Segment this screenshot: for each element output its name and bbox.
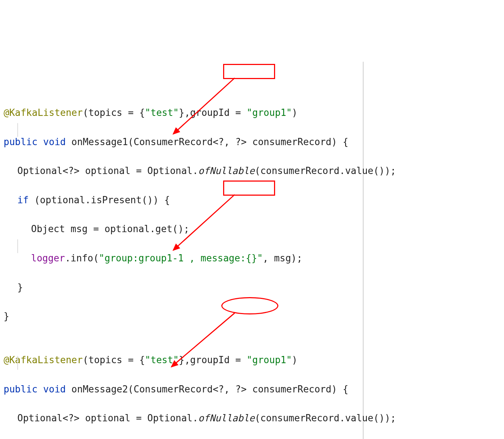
code-token: (consumerRecord.value());	[255, 413, 396, 423]
string-literal: "test"	[145, 107, 179, 118]
string-literal: "test"	[145, 355, 179, 365]
keyword-token: public void	[4, 136, 66, 147]
static-method-token: ofNullable	[198, 165, 255, 176]
code-block: @KafkaListener(topics = {"test"},groupId…	[4, 62, 364, 439]
brace: }	[17, 282, 23, 293]
highlight-ellipse-icon	[221, 297, 278, 314]
code-line: if (optional.isPresent()) {	[4, 193, 363, 207]
code-token: (topics = {	[83, 107, 145, 118]
code-line: @KafkaListener(topics = {"test"},groupId…	[4, 353, 363, 367]
indent-guide	[17, 123, 18, 137]
code-token: (optional.isPresent()) {	[29, 195, 170, 205]
code-token: Optional<?> optional = Optional.	[17, 165, 198, 176]
code-token: , msg);	[263, 253, 303, 264]
code-token: onMessage2(ConsumerRecord<?, ?> consumer…	[66, 384, 348, 395]
code-line: Optional<?> optional = Optional.ofNullab…	[4, 164, 363, 178]
code-token: onMessage1(ConsumerRecord<?, ?> consumer…	[66, 136, 348, 147]
keyword-token: public void	[4, 384, 66, 395]
annotation-token: @KafkaListener	[4, 355, 83, 365]
code-token: },groupId =	[179, 107, 247, 118]
code-token: },groupId =	[179, 355, 247, 365]
code-token: Optional<?> optional = Optional.	[17, 413, 198, 423]
code-line: @KafkaListener(topics = {"test"},groupId…	[4, 105, 363, 120]
code-token: (topics = {	[83, 355, 145, 365]
code-line: }	[4, 309, 363, 323]
annotation-token: @KafkaListener	[4, 107, 83, 118]
highlight-rectangle-icon	[223, 64, 275, 79]
indent-guide	[17, 356, 18, 370]
code-line: public void onMessage2(ConsumerRecord<?,…	[4, 382, 363, 396]
static-method-token: ofNullable	[198, 413, 255, 423]
highlight-rectangle-icon	[223, 181, 275, 196]
indent-guide	[17, 239, 18, 253]
field-token: logger	[31, 253, 65, 264]
code-line: }	[4, 280, 363, 295]
code-token: )	[292, 355, 297, 365]
brace: }	[4, 311, 9, 322]
string-literal: "group1"	[247, 355, 292, 365]
code-line: public void onMessage1(ConsumerRecord<?,…	[4, 135, 363, 149]
code-token: (consumerRecord.value());	[255, 165, 396, 176]
keyword-token: if	[17, 195, 29, 205]
code-token: )	[292, 107, 297, 118]
string-literal: "group1"	[247, 107, 292, 118]
string-literal: "group:group1-1 , message:{}"	[99, 253, 263, 264]
code-token: .info(	[65, 253, 99, 264]
code-line: logger.info("group:group1-1 , message:{}…	[4, 251, 363, 265]
code-line: Optional<?> optional = Optional.ofNullab…	[4, 411, 363, 425]
code-line: Object msg = optional.get();	[4, 222, 363, 236]
code-token: Object msg = optional.get();	[31, 223, 189, 234]
